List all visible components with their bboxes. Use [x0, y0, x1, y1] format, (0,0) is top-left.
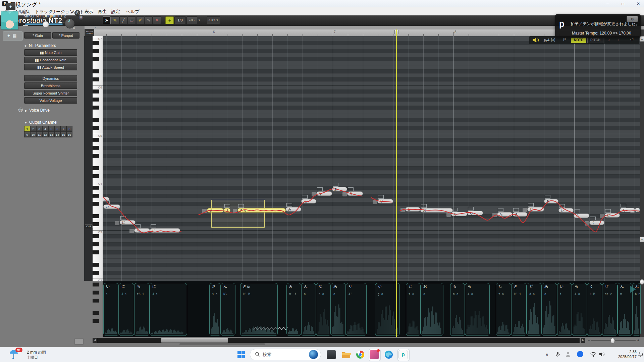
phoneme-box-ら[interactable]: [465, 283, 490, 336]
phoneme-box-く[interactable]: [587, 283, 602, 336]
black-key[interactable]: [93, 174, 99, 178]
black-key[interactable]: [93, 242, 99, 246]
menu-8[interactable]: ヘルプ: [125, 8, 141, 15]
delete-tool[interactable]: ✕: [153, 16, 161, 24]
select-tool[interactable]: ➤: [103, 16, 111, 24]
black-key[interactable]: [93, 319, 99, 323]
zoom-in-icon[interactable]: +: [637, 338, 639, 342]
phoneme-box-も[interactable]: [450, 283, 465, 336]
phoneme-box-ぜ[interactable]: [602, 283, 618, 336]
phoneme-box-お[interactable]: [421, 283, 443, 336]
black-key[interactable]: [93, 263, 99, 267]
output-channel-13[interactable]: 13: [48, 132, 54, 137]
piano-roll[interactable]: いにちにさんきゅみんなありがとおもらたきどあいらくぜんぶ: [103, 36, 640, 281]
blue-app-tray-icon[interactable]: [577, 351, 583, 357]
parameter-badge-icon[interactable]: P: [563, 37, 566, 42]
triplet-button[interactable]: ⌐3¬: [186, 16, 197, 24]
output-channel-4[interactable]: 4: [42, 126, 48, 132]
volume-icon[interactable]: [599, 352, 605, 357]
weather-summary[interactable]: 2 mm の雨: [27, 350, 46, 355]
collapse-triangle-icon[interactable]: ▼: [24, 45, 27, 48]
close-button[interactable]: ✕: [633, 0, 644, 7]
marker-tool[interactable]: ✐: [136, 16, 144, 24]
phoneme-box-きゅ[interactable]: [240, 283, 278, 336]
phoneme-box-い[interactable]: [103, 283, 119, 336]
voice-drive-header[interactable]: ▶Voice Drive: [25, 108, 50, 113]
black-key[interactable]: [93, 291, 99, 295]
output-channel-9[interactable]: 9: [24, 132, 30, 137]
panel-corner-box[interactable]: [74, 339, 84, 345]
minimize-button[interactable]: ─: [602, 0, 613, 7]
chrome-icon[interactable]: [356, 350, 365, 359]
maximize-button[interactable]: □: [617, 0, 629, 7]
black-key[interactable]: [93, 154, 99, 158]
pen-tool[interactable]: ✎: [145, 16, 153, 24]
nt-parameters-header[interactable]: ▼NT Parameters: [24, 43, 56, 48]
grid-value-select[interactable]: 1/8: [174, 16, 186, 24]
singer-avatar[interactable]: [1, 11, 18, 30]
black-key[interactable]: [93, 41, 99, 45]
menu-7[interactable]: 設定: [110, 8, 121, 15]
waveform-panel[interactable]: いiにJ iちtS iにJ iさs aんN\きゅk' Mみm' iんnなn aあ…: [103, 281, 640, 337]
phoneme-box-ん[interactable]: [221, 283, 235, 336]
black-key[interactable]: [93, 214, 99, 218]
output-channel-3[interactable]: 3: [36, 126, 42, 132]
edge-icon[interactable]: [384, 350, 393, 359]
expand-triangle-icon[interactable]: ▶: [25, 109, 27, 112]
output-channel-12[interactable]: 12: [42, 132, 48, 137]
preview-speaker-icon[interactable]: [532, 38, 539, 43]
black-key[interactable]: [93, 89, 99, 94]
weather-day[interactable]: 土曜日: [27, 355, 38, 360]
phoneme-mode-button[interactable]: [a]: [551, 38, 555, 42]
track-name[interactable]: MIKU NT Original++ 2: [23, 13, 66, 18]
gain-button[interactable]: * Gain: [24, 32, 51, 39]
eraser-tool[interactable]: ▱: [128, 16, 136, 24]
voice-btn-3[interactable]: Voice Voltage: [24, 97, 77, 104]
black-key[interactable]: [93, 126, 99, 130]
black-key[interactable]: [93, 98, 99, 102]
person-icon[interactable]: [566, 352, 571, 357]
output-channel-6[interactable]: 6: [54, 126, 60, 132]
phoneme-box-ん[interactable]: [618, 283, 632, 336]
volume-slider-thumb[interactable]: [43, 21, 49, 27]
black-key[interactable]: [93, 194, 99, 198]
black-key[interactable]: [93, 222, 99, 226]
phoneme-box-に[interactable]: [119, 283, 134, 336]
kana-mode-button[interactable]: あA: [543, 38, 550, 43]
auto-button[interactable]: AUTO: [207, 16, 220, 24]
piapro-studio-icon[interactable]: p: [398, 350, 408, 359]
output-channel-1[interactable]: 1: [24, 126, 30, 132]
phoneme-box-ち[interactable]: [134, 283, 150, 336]
output-channel-15[interactable]: 15: [60, 132, 66, 137]
phoneme-box-ん[interactable]: [301, 283, 316, 336]
black-key[interactable]: [93, 250, 99, 254]
phoneme-box-と[interactable]: [406, 283, 421, 336]
phoneme-box-た[interactable]: [496, 283, 511, 336]
scroll-down-button[interactable]: ▼: [640, 237, 644, 242]
phoneme-box-り[interactable]: [346, 283, 367, 336]
scroll-up-button[interactable]: ▲: [640, 36, 644, 42]
pencil-tool[interactable]: ✎: [111, 16, 119, 24]
output-channel-header[interactable]: ▼Output Channel: [24, 120, 57, 125]
notification-settings-button[interactable]: ⚙: [627, 16, 638, 22]
phoneme-box-き[interactable]: [511, 283, 527, 336]
menu-6[interactable]: 再生: [97, 8, 108, 15]
nt-param-1[interactable]: ▮▮ Consonant Rate: [24, 57, 77, 63]
black-key[interactable]: [93, 311, 99, 315]
panpot-button[interactable]: * Panpot: [52, 32, 79, 39]
voice-btn-1[interactable]: Breathiness: [24, 82, 77, 89]
voice-btn-0[interactable]: Dynamics: [24, 75, 77, 81]
scroll-right-button[interactable]: ▶: [581, 338, 585, 343]
output-channel-7[interactable]: 7: [60, 126, 66, 132]
grid-snap-button[interactable]: ⋕: [165, 16, 174, 24]
voice-btn-2[interactable]: Super Formant Shifter: [24, 90, 77, 96]
add-track-caret-icon[interactable]: ▼: [16, 6, 19, 9]
zoom-out-icon[interactable]: −: [588, 338, 590, 342]
nt-param-2[interactable]: ▮▮ Attack Speed: [24, 64, 77, 70]
black-key[interactable]: [93, 299, 99, 303]
phoneme-box-ど[interactable]: [527, 283, 542, 336]
black-key[interactable]: [93, 57, 99, 61]
black-key[interactable]: [93, 271, 99, 275]
notification-bell-icon[interactable]: [638, 352, 643, 357]
phoneme-box-ら[interactable]: [572, 283, 587, 336]
